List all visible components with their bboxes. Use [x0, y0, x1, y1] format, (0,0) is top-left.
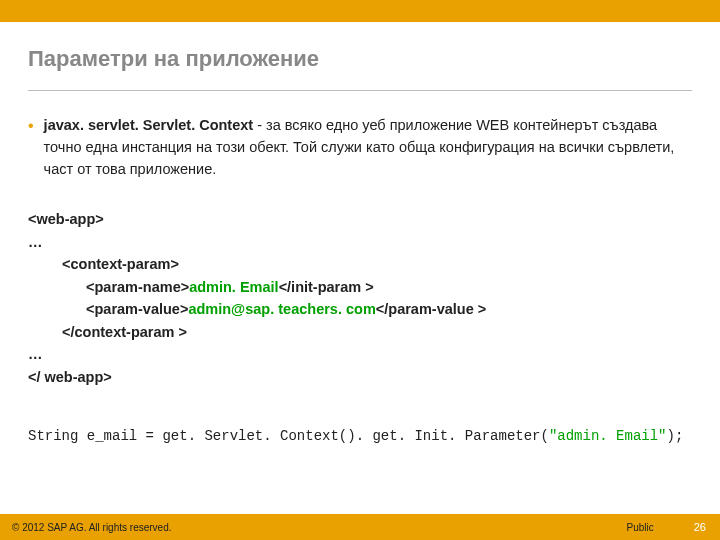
xml-tag: <param-name> [86, 279, 189, 295]
code-post: ); [667, 428, 684, 444]
page-number: 26 [694, 521, 706, 533]
code-string: "admin. Email" [549, 428, 667, 444]
accent-bar [0, 0, 720, 22]
xml-tag: <param-value> [86, 301, 188, 317]
footer-right: Public 26 [627, 521, 707, 533]
slide-content: Параметри на приложение • javax. servlet… [0, 22, 720, 444]
code-snippet: String e_mail = get. Servlet. Context().… [28, 428, 692, 444]
xml-snippet: <web-app> … <context-param> <param-name>… [28, 208, 692, 388]
footer-left: © 2012 SAP AG. All rights reserved. [12, 522, 172, 533]
xml-value: admin@sap. teachers. com [188, 301, 375, 317]
xml-line: … [28, 231, 692, 253]
bullet-item: • javax. servlet. Servlet. Context - за … [28, 115, 692, 180]
xml-line: <param-name>admin. Email</init-param > [28, 276, 692, 298]
xml-line: <param-value>admin@sap. teachers. com</p… [28, 298, 692, 320]
xml-value: admin. Email [189, 279, 278, 295]
xml-line: <context-param> [28, 253, 692, 275]
bullet-dot-icon: • [28, 115, 34, 180]
footer-bar: © 2012 SAP AG. All rights reserved. Publ… [0, 514, 720, 540]
bullet-text: javax. servlet. Servlet. Context - за вс… [44, 115, 692, 180]
bullet-strong: javax. servlet. Servlet. Context [44, 117, 254, 133]
xml-tag: </param-value > [376, 301, 486, 317]
code-pre: String e_mail = get. Servlet. Context().… [28, 428, 549, 444]
xml-line: … [28, 343, 692, 365]
xml-tag: </init-param > [279, 279, 374, 295]
copyright-text: © 2012 SAP AG. All rights reserved. [12, 522, 172, 533]
xml-line: </ web-app> [28, 366, 692, 388]
xml-line: </context-param > [28, 321, 692, 343]
classification-label: Public [627, 522, 654, 533]
slide-title: Параметри на приложение [28, 46, 692, 72]
title-divider [28, 90, 692, 91]
xml-line: <web-app> [28, 208, 692, 230]
